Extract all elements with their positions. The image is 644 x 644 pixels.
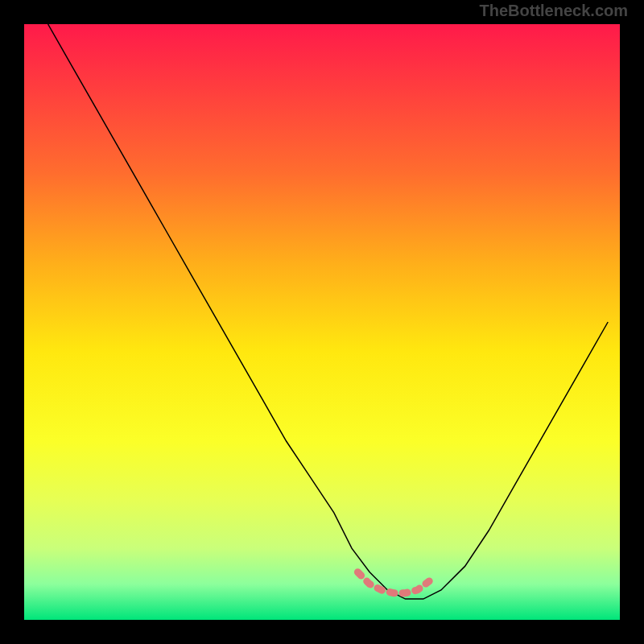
chart-svg [24,24,620,620]
gradient-background [24,24,620,620]
chart-plot-area [24,24,620,620]
watermark-text: TheBottleneck.com [480,2,628,20]
